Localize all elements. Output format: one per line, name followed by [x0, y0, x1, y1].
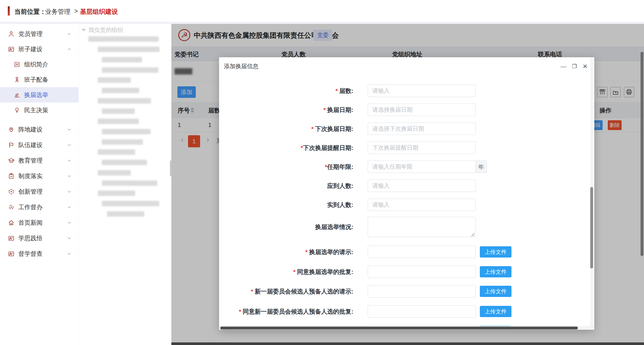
field-label: *同意换届选举的批复:	[224, 266, 353, 278]
field-input[interactable]	[368, 305, 476, 318]
sidebar-item-study-practice[interactable]: 学思践悟	[0, 230, 78, 246]
upload-file-button[interactable]: 上传文件	[480, 286, 511, 297]
sidebar-item-work-supervision[interactable]: 工作督办	[0, 199, 78, 215]
field-input[interactable]	[368, 161, 476, 173]
sidebar-item-education-mgmt[interactable]: 教育管理	[0, 153, 78, 168]
breadcrumb: 当前位置： 业务管理 > 基层组织建设	[0, 0, 644, 22]
breadcrumb-current[interactable]: 基层组织建设	[80, 7, 118, 16]
chevron-down-icon	[67, 189, 72, 194]
required-star: *	[336, 87, 338, 94]
sidebar-item-homepage-news[interactable]: 首页新闻	[0, 215, 78, 230]
sidebar-item-label: 班子建设	[18, 45, 43, 53]
sidebar-item-democratic-decision[interactable]: 民主决策	[0, 102, 78, 118]
tree-node-redacted[interactable]	[98, 170, 131, 176]
sidebar-item-system-implementation[interactable]: 制度落实	[0, 168, 78, 184]
tree-node-redacted[interactable]	[98, 98, 151, 104]
required-star: *	[251, 288, 253, 295]
field-input[interactable]	[368, 285, 476, 298]
sidebar-item-innovation-mgmt[interactable]: 创新管理	[0, 184, 78, 199]
tree-node-redacted[interactable]	[102, 57, 142, 62]
innovation-mgmt-icon	[8, 188, 15, 195]
maximize-icon[interactable]: ❐	[570, 62, 579, 71]
sidebar-item-label: 创新管理	[18, 188, 43, 196]
required-star: *	[305, 249, 308, 255]
sidebar-item-org-profile[interactable]: 组织简介	[0, 57, 78, 72]
minimize-icon[interactable]: —	[559, 62, 568, 71]
field-input[interactable]	[368, 142, 476, 154]
upload-file-button[interactable]: 上传文件	[480, 266, 511, 277]
tree-node-redacted[interactable]	[98, 149, 135, 155]
form-row: 应到人数:	[219, 180, 594, 192]
dialog-scrollbar-thumb[interactable]	[590, 187, 593, 268]
sidebar-item-party-member-mgmt[interactable]: 党员管理	[0, 26, 78, 41]
field-label: *换届日期:	[224, 104, 353, 116]
tree-node-redacted[interactable]	[107, 211, 144, 217]
study-practice-icon	[8, 235, 15, 242]
tree-node-redacted[interactable]	[98, 119, 139, 124]
chevron-up-icon	[67, 47, 72, 52]
tree-node-redacted[interactable]	[98, 77, 131, 83]
required-star: *	[239, 308, 241, 315]
dialog-hscrollbar-thumb[interactable]	[220, 327, 578, 329]
field-input[interactable]	[368, 180, 476, 192]
chevron-down-icon	[67, 143, 72, 147]
field-label: *换届选举的请示:	[224, 246, 353, 258]
close-icon[interactable]: ✕	[581, 62, 589, 71]
election-situation-textarea[interactable]	[368, 217, 476, 237]
sidebar-item-term-election[interactable]: 换届选举	[0, 87, 78, 102]
supervise-inspect-icon	[8, 250, 15, 257]
upload-file-button[interactable]: 上传文件	[480, 306, 511, 317]
tree-node-redacted[interactable]	[102, 180, 157, 186]
sidebar-item-label: 阵地建设	[18, 125, 43, 134]
sidebar-item-team-building[interactable]: 班子建设	[0, 41, 78, 57]
chevron-down-icon	[67, 174, 72, 178]
breadcrumb-section[interactable]: 业务管理	[45, 7, 70, 16]
sidebar-item-supervise-inspect[interactable]: 督学督查	[0, 246, 78, 262]
sidebar-item-troop-building[interactable]: 队伍建设	[0, 137, 78, 153]
field-input[interactable]	[368, 246, 476, 258]
chevron-down-icon	[67, 236, 72, 241]
dialog-title: 添加换届信息	[224, 62, 258, 70]
tree-node-redacted[interactable]	[102, 201, 159, 206]
field-input[interactable]	[368, 85, 476, 97]
sidebar-item-position-building[interactable]: 阵地建设	[0, 122, 78, 137]
form-row: *换届选举的请示:上传文件	[219, 246, 594, 258]
sidebar-item-label: 督学督查	[18, 250, 43, 258]
tree-collapse-icon[interactable]	[82, 29, 86, 31]
chevron-down-icon	[67, 220, 72, 225]
chevron-down-icon	[67, 32, 72, 36]
field-input[interactable]	[368, 266, 476, 278]
sidebar-item-team-staffing[interactable]: 班子配备	[0, 72, 78, 87]
required-star: *	[323, 106, 326, 113]
field-input[interactable]	[368, 199, 476, 211]
tree-node-redacted[interactable]	[102, 160, 147, 165]
field-input[interactable]	[368, 123, 476, 135]
form-row: *新一届委员会候选人预备人选的请示:上传文件	[219, 285, 594, 298]
party-member-mgmt-icon	[8, 31, 15, 37]
form-row: 实到人数:	[219, 199, 594, 211]
tree-node-redacted[interactable]	[88, 36, 159, 42]
sidebar-item-label: 队伍建设	[18, 141, 43, 149]
upload-file-button[interactable]: 上传文件	[480, 246, 511, 258]
sidebar-item-label: 教育管理	[18, 157, 43, 165]
breadcrumb-separator: >	[74, 7, 78, 15]
tree-node-redacted[interactable]	[102, 88, 139, 93]
field-input[interactable]	[368, 104, 476, 116]
form-row: *同意换届选举的批复:上传文件	[219, 266, 594, 278]
term-election-icon	[14, 92, 20, 98]
chevron-down-icon	[67, 127, 72, 132]
field-label: *下次换届提醒日期:	[224, 142, 353, 154]
tree-root-node[interactable]: 我负责的组织	[82, 26, 123, 34]
tree-node-redacted[interactable]	[98, 190, 135, 196]
tree-node-redacted[interactable]	[102, 129, 151, 134]
team-staffing-icon	[14, 76, 20, 83]
required-star: *	[293, 268, 296, 275]
tree-node-redacted[interactable]	[98, 47, 160, 52]
required-star: *	[301, 144, 303, 151]
work-supervision-icon	[8, 204, 15, 211]
form-row: *下次换届提醒日期:	[219, 142, 594, 154]
tree-node-redacted[interactable]	[102, 67, 158, 73]
tree-node-redacted[interactable]	[102, 139, 143, 145]
tree-node-redacted[interactable]	[102, 108, 135, 114]
chevron-down-icon	[67, 158, 72, 163]
